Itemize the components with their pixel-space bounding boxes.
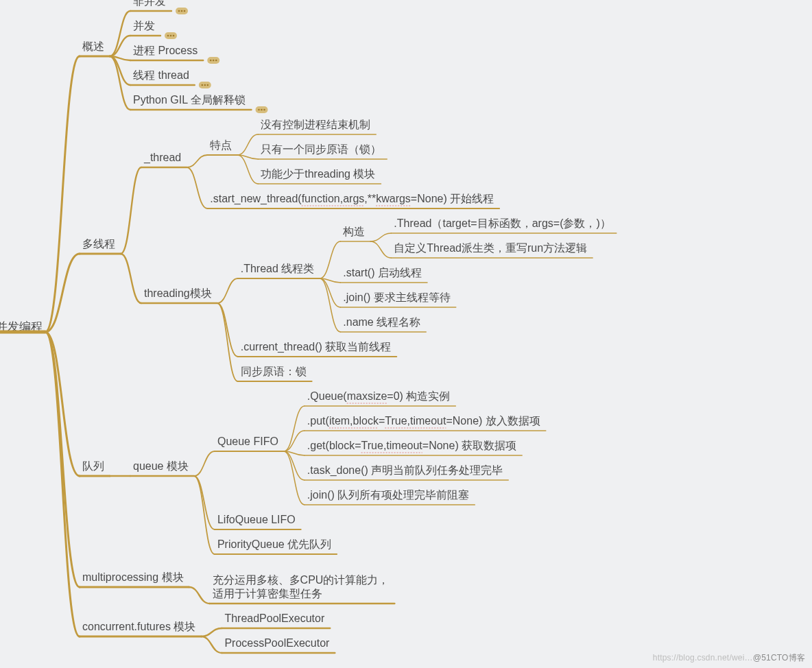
svg-point-14: [204, 84, 206, 86]
node-label: ProcessPoolExecutor: [224, 637, 330, 649]
node-label: .name 线程名称: [343, 316, 420, 328]
node-label: 适用于计算密集型任务: [213, 588, 322, 599]
node-label: 构造: [342, 226, 365, 237]
node-label: queue 模块: [133, 460, 189, 472]
node-label: 多线程: [82, 238, 115, 250]
watermark-bold: @51CTO博客: [753, 653, 805, 663]
node-label: .start_new_thread(function,args,**kwargs…: [210, 193, 494, 205]
node-label: .Thread（target=目标函数，args=(参数，)）: [394, 217, 611, 229]
node-label: 充分运用多核、多CPU的计算能力，: [213, 574, 390, 586]
collapsed-badge[interactable]: [207, 57, 219, 64]
node-label: 并发: [133, 20, 155, 32]
collapsed-badge[interactable]: [165, 32, 177, 39]
svg-point-11: [215, 60, 217, 62]
node-label: 线程 thread: [133, 69, 189, 81]
svg-point-15: [207, 84, 209, 86]
node-label: 同步原语：锁: [241, 366, 307, 377]
svg-point-6: [170, 35, 172, 37]
node-label: Queue FIFO: [217, 436, 278, 447]
node-label: 没有控制进程结束机制: [261, 119, 370, 130]
node-label: 只有一个同步原语（锁）: [261, 143, 381, 155]
node-label: .join() 要求主线程等待: [343, 291, 450, 303]
node-label: .current_thread() 获取当前线程: [241, 341, 392, 353]
svg-point-10: [213, 60, 215, 62]
node-label: 功能少于threading 模块: [261, 168, 375, 180]
svg-point-2: [181, 10, 183, 12]
node-label: LifoQueue LIFO: [217, 514, 296, 525]
node-label: ThreadPoolExecutor: [224, 612, 325, 624]
node-label: .task_done() 声明当前队列任务处理完毕: [307, 464, 503, 477]
node-label: 进程 Process: [133, 45, 198, 56]
collapsed-badge[interactable]: [255, 106, 267, 113]
svg-point-18: [261, 109, 263, 111]
svg-point-9: [210, 60, 212, 62]
node-label: 特点: [210, 139, 232, 151]
node-label: concurrent.futures 模块: [82, 621, 195, 632]
svg-point-17: [258, 109, 260, 111]
collapsed-badge[interactable]: [199, 82, 211, 88]
node-label: threading模块: [144, 287, 212, 299]
collapsed-badge[interactable]: [176, 8, 188, 14]
node-label: .Queue(maxsize=0) 构造实例: [307, 390, 451, 402]
mindmap-diagram: 并发编程概述非并发并发进程 Process线程 threadPython GIL…: [0, 0, 812, 668]
node-label: Python GIL 全局解释锁: [133, 94, 246, 106]
node-label: .start() 启动线程: [343, 267, 422, 278]
node-label: 队列: [82, 460, 104, 472]
svg-point-5: [167, 35, 169, 37]
node-label: .join() 队列所有项处理完毕前阻塞: [307, 489, 469, 501]
node-label: .Thread 线程类: [241, 263, 315, 274]
node-label: .put(item,block=True,timeout=None) 放入数据项: [307, 415, 540, 427]
svg-point-7: [173, 35, 175, 37]
svg-point-19: [263, 109, 265, 111]
svg-point-1: [178, 10, 180, 12]
watermark: https://blog.csdn.net/wei…@51CTO博客: [653, 652, 805, 664]
svg-point-13: [202, 84, 204, 86]
svg-point-3: [184, 10, 186, 12]
node-label: .get(block=True,timeout=None) 获取数据项: [307, 440, 516, 451]
node-label: PriorityQueue 优先队列: [217, 538, 331, 550]
node-label: 自定义Thread派生类，重写run方法逻辑: [394, 242, 587, 254]
node-label: _thread: [143, 152, 181, 164]
watermark-faint: https://blog.csdn.net/wei…: [653, 653, 753, 663]
node-label: 非并发: [133, 0, 166, 7]
node-label: multiprocessing 模块: [82, 571, 184, 583]
node-label: 概述: [82, 40, 104, 52]
